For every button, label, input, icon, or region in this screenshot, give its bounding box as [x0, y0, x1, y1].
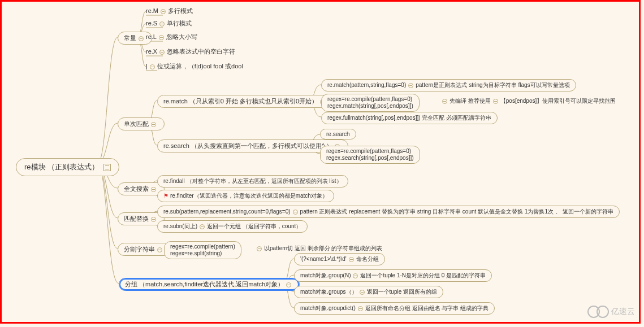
node-group-named[interactable]: '(?<name1>\d.*)\d'命名分组 [294, 253, 385, 265]
node-match-line1[interactable]: re.match(pattern,string,flags=0)pattern是… [321, 79, 576, 91]
root-node[interactable]: re模块 （正则表达式） [16, 158, 119, 176]
leaf-match-line2-desc: 先编译 推荐使用【pos[endpos]】使用索引号可以限定寻找范围 [440, 97, 616, 105]
node-groups[interactable]: match对象.groups（）返回一个tuple 返回所有的组 [294, 286, 443, 298]
node-re-match[interactable]: re.match （只从索引0 开始 多行模式也只从索引0开始） [157, 95, 334, 108]
leaf-re-m[interactable]: re.M多行模式 [146, 7, 193, 15]
node-split-code[interactable]: regex=re.compile(pattern)regex=re.split(… [164, 241, 241, 259]
node-groupdict[interactable]: match对象.groupdict()返回所有命名分组 返回由组名 与字串 组成… [294, 302, 495, 315]
node-match-line2[interactable]: regex=re.compile(pattern,flags=0)regex.m… [321, 94, 420, 112]
root-label: re模块 （正则表达式） [24, 163, 99, 171]
collapse-icon[interactable] [151, 122, 156, 127]
leaf-re-l[interactable]: re.L忽略大小写 [146, 33, 197, 41]
node-subn[interactable]: re.subn(同上)返回一个元组 （返回字符串，count） [157, 220, 308, 233]
label: 常量 [124, 34, 136, 41]
branch-split[interactable]: 分割字符串 [118, 243, 171, 256]
collapse-icon[interactable] [139, 36, 144, 41]
logo-text: 亿速云 [611, 307, 635, 317]
leaf-re-x[interactable]: re.X忽略表达式中的空白字符 [146, 47, 235, 56]
branch-single-match[interactable]: 单次匹配 [118, 117, 165, 130]
note-icon [103, 164, 111, 171]
node-search-line2[interactable]: regex=re.compile(pattern,flags=0)regex.s… [320, 146, 420, 164]
logo-icon [597, 306, 609, 318]
leaf-split-desc: 以pattern切 返回 剩余部分 的字符串组成的列表 [254, 245, 382, 252]
flag-icon: ⚑ [163, 193, 168, 199]
label: 单次匹配 [124, 120, 149, 127]
node-findall[interactable]: re.findall （对整个字符串，从左至右匹配，返回所有匹配项的列表 lis… [157, 175, 348, 188]
node-match-line3[interactable]: regex.fullmatch(string[,pos[,endpos]]) 完… [321, 112, 498, 124]
node-search-line1[interactable]: re.search [320, 129, 356, 139]
leaf-pipe[interactable]: |位或运算，（f|d)ool fool 或dool [146, 62, 243, 71]
branch-group-selected[interactable]: 分组 （match,search,finditer迭代器迭代,返回match对象… [119, 278, 300, 291]
node-group-n[interactable]: match对象.group(N)返回一个tuple 1-N是对应的分组 0 是匹… [294, 269, 492, 282]
leaf-re-s[interactable]: re.S单行模式 [146, 19, 192, 28]
watermark-logo: 亿速云 [587, 306, 635, 318]
node-finditer[interactable]: ⚑re.finditer（返回迭代器，注意每次迭代返回的都是match对象） [157, 190, 334, 202]
node-sub[interactable]: re.sub(pattern,replacement,string,count=… [157, 206, 620, 218]
